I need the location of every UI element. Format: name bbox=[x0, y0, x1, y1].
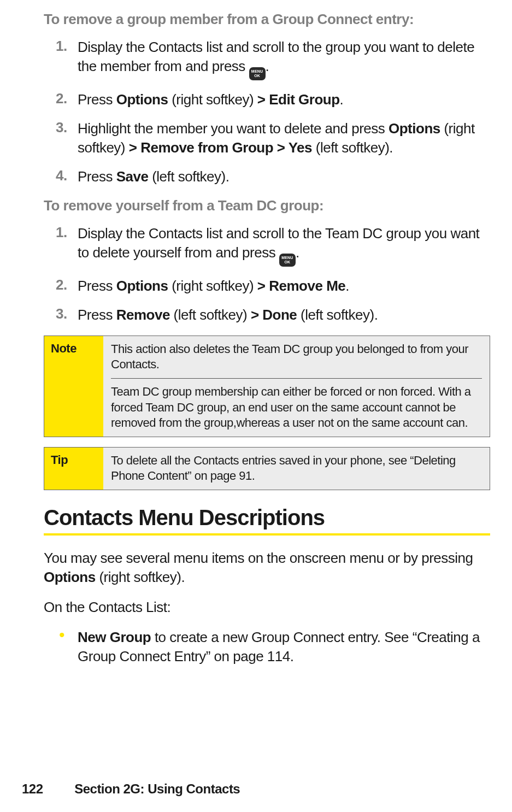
tip-body: To delete all the Contacts entries saved… bbox=[103, 448, 490, 490]
bold-text: New Group bbox=[78, 629, 151, 645]
page: To remove a group member from a Group Co… bbox=[0, 0, 512, 812]
step-number: 1. bbox=[44, 38, 78, 55]
step-body: Press Remove (left softkey) > Done (left… bbox=[78, 305, 490, 325]
step-number: 4. bbox=[44, 167, 78, 184]
bold-text: > Done bbox=[251, 307, 297, 323]
step-number: 2. bbox=[44, 276, 78, 293]
step-item: 1.Display the Contacts list and scroll t… bbox=[44, 224, 490, 267]
list-item: •New Group to create a new Group Connect… bbox=[44, 628, 490, 666]
step-number: 2. bbox=[44, 90, 78, 107]
bold-text: Save bbox=[116, 168, 149, 185]
bold-text: > Remove Me bbox=[257, 278, 345, 294]
yellow-rule bbox=[44, 533, 490, 536]
step-number: 3. bbox=[44, 119, 78, 136]
footer-section: Section 2G: Using Contacts bbox=[74, 781, 240, 796]
page-footer: 122 Section 2G: Using Contacts bbox=[22, 781, 240, 797]
note-callout: Note This action also deletes the Team D… bbox=[44, 336, 490, 437]
bullet-list: •New Group to create a new Group Connect… bbox=[44, 628, 490, 666]
bold-text: Options bbox=[116, 278, 168, 294]
step-number: 3. bbox=[44, 305, 78, 322]
callout-paragraph: This action also deletes the Team DC gro… bbox=[103, 336, 490, 378]
step-item: 2.Press Options (right softkey) > Edit G… bbox=[44, 90, 490, 109]
step-body: Highlight the member you want to delete … bbox=[78, 119, 490, 157]
callout-paragraph: To delete all the Contacts entries saved… bbox=[103, 448, 490, 490]
step-item: 4.Press Save (left softkey). bbox=[44, 167, 490, 186]
bold-text: Options bbox=[116, 91, 168, 108]
step-item: 3.Press Remove (left softkey) > Done (le… bbox=[44, 305, 490, 325]
step-item: 3.Highlight the member you want to delet… bbox=[44, 119, 490, 157]
note-body: This action also deletes the Team DC gro… bbox=[103, 336, 490, 437]
step-body: Press Options (right softkey) > Remove M… bbox=[78, 276, 490, 296]
intro-paragraph: You may see several menu items on the on… bbox=[44, 549, 490, 587]
bullet-icon: • bbox=[44, 628, 78, 642]
menu-ok-key-icon: MENUOK bbox=[249, 67, 266, 80]
tip-callout: Tip To delete all the Contacts entries s… bbox=[44, 447, 490, 490]
bold-text: > Remove from Group > Yes bbox=[129, 139, 312, 156]
step-body: Press Save (left softkey). bbox=[78, 167, 490, 186]
bold-text: Remove bbox=[116, 307, 170, 323]
tip-label: Tip bbox=[44, 448, 103, 490]
page-number: 122 bbox=[22, 781, 71, 797]
section-title: Contacts Menu Descriptions bbox=[44, 505, 490, 530]
step-item: 1.Display the Contacts list and scroll t… bbox=[44, 38, 490, 80]
step-body: Display the Contacts list and scroll to … bbox=[78, 224, 490, 267]
steps-remove-group-member: 1.Display the Contacts list and scroll t… bbox=[44, 38, 490, 186]
step-body: Press Options (right softkey) > Edit Gro… bbox=[78, 90, 490, 109]
on-contacts-list: On the Contacts List: bbox=[44, 598, 490, 617]
step-number: 1. bbox=[44, 224, 78, 241]
bold-text: Options bbox=[389, 120, 440, 137]
bold-text: Options bbox=[44, 569, 96, 585]
subheading-remove-group-member: To remove a group member from a Group Co… bbox=[44, 11, 490, 28]
bullet-body: New Group to create a new Group Connect … bbox=[78, 628, 490, 666]
menu-ok-key-icon: MENUOK bbox=[279, 254, 296, 267]
step-body: Display the Contacts list and scroll to … bbox=[78, 38, 490, 80]
note-label: Note bbox=[44, 336, 103, 437]
step-item: 2.Press Options (right softkey) > Remove… bbox=[44, 276, 490, 296]
steps-remove-self-teamdc: 1.Display the Contacts list and scroll t… bbox=[44, 224, 490, 325]
callout-paragraph: Team DC group membership can either be f… bbox=[103, 379, 490, 437]
bold-text: > Edit Group bbox=[257, 91, 340, 108]
subheading-remove-self-teamdc: To remove yourself from a Team DC group: bbox=[44, 197, 490, 214]
